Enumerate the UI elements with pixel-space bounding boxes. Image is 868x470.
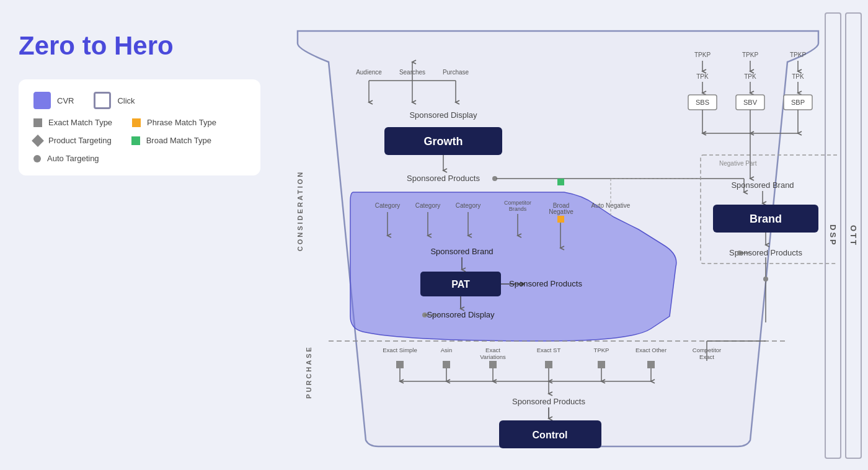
svg-text:Sponsored Products: Sponsored Products — [407, 174, 480, 183]
phrase-icon — [132, 118, 141, 127]
svg-point-80 — [763, 277, 768, 282]
svg-text:Brand: Brand — [750, 213, 782, 225]
svg-text:PAT: PAT — [451, 279, 470, 290]
cvr-icon — [33, 92, 51, 109]
svg-text:Sponsored Display: Sponsored Display — [409, 110, 477, 120]
svg-text:Brands: Brands — [509, 206, 527, 212]
svg-text:SBP: SBP — [791, 99, 805, 106]
svg-text:Competitor: Competitor — [504, 200, 531, 206]
svg-text:Asin: Asin — [441, 347, 452, 353]
svg-text:Category: Category — [415, 202, 441, 209]
svg-text:Negative: Negative — [549, 208, 574, 215]
cvr-label: CVR — [57, 96, 74, 105]
legend-click: Click — [94, 92, 135, 109]
legend-row-1: CVR Click — [33, 92, 246, 109]
svg-text:Exact ST: Exact ST — [537, 347, 561, 353]
svg-text:TPK: TPK — [696, 73, 709, 80]
click-label: Click — [117, 96, 135, 105]
svg-text:CONSIDERATION: CONSIDERATION — [296, 171, 304, 251]
product-label: Product Targeting — [48, 136, 112, 145]
legend-cvr: CVR — [33, 92, 74, 109]
svg-rect-93 — [443, 361, 450, 368]
legend-row-3: Product Targeting Broad Match Type — [33, 136, 246, 145]
svg-rect-95 — [489, 361, 497, 368]
svg-text:Growth: Growth — [424, 135, 463, 148]
svg-text:Sponsored Products: Sponsored Products — [509, 279, 582, 288]
broad-label: Broad Match Type — [146, 136, 211, 145]
exact-icon — [33, 118, 42, 127]
product-icon — [32, 135, 44, 147]
legend-exact: Exact Match Type — [33, 118, 112, 127]
svg-text:Exact Other: Exact Other — [636, 347, 666, 353]
svg-text:Category: Category — [375, 202, 401, 209]
svg-text:Sponsored Brand: Sponsored Brand — [430, 247, 493, 256]
legend-auto: Auto Targeting — [33, 154, 99, 163]
left-panel: Zero to Hero CVR Click Exact Match Type … — [19, 31, 279, 175]
svg-text:Sponsored Brand: Sponsored Brand — [731, 180, 794, 190]
page-title: Zero to Hero — [19, 31, 279, 61]
phrase-label: Phrase Match Type — [147, 118, 216, 127]
legend-product: Product Targeting — [33, 136, 112, 145]
broad-icon — [131, 136, 140, 145]
svg-text:TPKP: TPKP — [694, 51, 711, 58]
svg-text:TPK: TPK — [744, 73, 756, 80]
exact-label: Exact Match Type — [48, 118, 112, 127]
svg-text:PURCHASE: PURCHASE — [305, 345, 312, 399]
legend-broad: Broad Match Type — [131, 136, 211, 145]
svg-text:TPKP: TPKP — [594, 347, 609, 353]
legend-box: CVR Click Exact Match Type Phrase Match … — [19, 79, 260, 175]
legend-phrase: Phrase Match Type — [132, 118, 216, 127]
svg-text:TPKP: TPKP — [742, 51, 758, 58]
svg-text:Category: Category — [456, 202, 481, 209]
svg-text:Control: Control — [533, 430, 568, 440]
svg-rect-99 — [598, 361, 605, 368]
side-labels: DSP OTT — [825, 12, 862, 459]
svg-text:Purchase: Purchase — [443, 69, 469, 76]
svg-text:Negative Part: Negative Part — [719, 160, 757, 167]
svg-text:Exact: Exact — [485, 347, 500, 353]
svg-rect-101 — [647, 361, 655, 368]
legend-row-4: Auto Targeting — [33, 154, 246, 163]
dsp-label: DSP — [825, 12, 841, 459]
auto-label: Auto Targeting — [47, 154, 99, 163]
ott-label: OTT — [845, 12, 862, 459]
diagram-container: CONSIDERATION PURCHASE Audience Searches… — [279, 12, 837, 459]
auto-icon — [33, 155, 41, 162]
legend-row-2: Exact Match Type Phrase Match Type — [33, 118, 246, 127]
svg-rect-97 — [545, 361, 552, 368]
svg-text:TPK: TPK — [792, 73, 804, 80]
svg-text:Audience: Audience — [356, 69, 382, 76]
svg-text:TPKP: TPKP — [790, 51, 806, 58]
svg-text:Searches: Searches — [399, 69, 425, 76]
svg-rect-91 — [396, 361, 404, 368]
click-icon — [94, 92, 111, 109]
svg-text:SBS: SBS — [696, 99, 709, 106]
svg-text:Sponsored Products: Sponsored Products — [512, 397, 585, 406]
svg-text:Variations: Variations — [480, 353, 506, 360]
svg-rect-32 — [557, 179, 564, 185]
svg-rect-31 — [557, 216, 564, 223]
svg-text:Exact Simple: Exact Simple — [383, 347, 417, 353]
svg-text:SBV: SBV — [743, 99, 758, 106]
